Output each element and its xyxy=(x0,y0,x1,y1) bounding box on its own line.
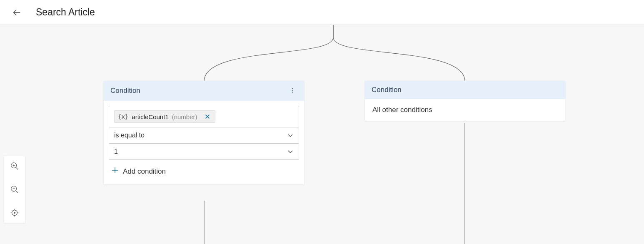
card-header-right[interactable]: Condition xyxy=(365,81,565,99)
arrow-left-icon xyxy=(12,8,21,17)
zoom-out-button[interactable] xyxy=(8,183,21,196)
zoom-in-icon xyxy=(10,162,19,171)
all-other-conditions-text: All other conditions xyxy=(365,99,565,121)
svg-point-1 xyxy=(292,90,293,92)
value-label: 1 xyxy=(114,148,118,155)
svg-point-0 xyxy=(292,88,293,90)
operator-label: is equal to xyxy=(114,132,145,139)
add-condition-label: Add condition xyxy=(123,167,166,176)
connector-down-left xyxy=(204,201,205,244)
variable-remove-button[interactable] xyxy=(203,112,212,121)
condition-card-left: Condition {x} articleCount1 (number) xyxy=(104,81,304,184)
variable-type: (number) xyxy=(172,113,197,120)
fit-view-button[interactable] xyxy=(8,206,21,219)
card-header-left[interactable]: Condition xyxy=(104,81,304,101)
condition-variable-row[interactable]: {x} articleCount1 (number) xyxy=(109,106,299,127)
page-title: Search Article xyxy=(36,7,95,18)
svg-line-10 xyxy=(16,191,18,193)
condition-card-right: Condition All other conditions xyxy=(365,81,565,121)
chevron-down-icon xyxy=(287,132,294,139)
card-title: Condition xyxy=(372,86,402,94)
branch-connector xyxy=(0,25,644,83)
variable-name: articleCount1 xyxy=(132,113,168,120)
plus-icon xyxy=(111,167,119,176)
zoom-in-button[interactable] xyxy=(8,159,21,173)
variable-chip: {x} articleCount1 (number) xyxy=(114,110,215,123)
svg-line-6 xyxy=(16,167,18,170)
condition-value-row[interactable]: 1 xyxy=(109,144,299,159)
variable-icon: {x} xyxy=(118,113,128,120)
card-more-button[interactable] xyxy=(287,86,297,96)
condition-operator-row[interactable]: is equal to xyxy=(109,127,299,144)
flow-canvas[interactable]: Condition {x} articleCount1 (number) xyxy=(0,25,644,244)
svg-point-13 xyxy=(14,212,15,214)
zoom-toolbar xyxy=(4,156,25,223)
zoom-out-icon xyxy=(10,185,19,194)
card-title: Condition xyxy=(110,87,140,95)
svg-point-2 xyxy=(292,92,293,94)
target-icon xyxy=(10,208,19,217)
back-button[interactable] xyxy=(10,6,23,19)
add-condition-button[interactable]: Add condition xyxy=(109,160,299,179)
more-vertical-icon xyxy=(289,87,296,94)
condition-block: {x} articleCount1 (number) is equal to 1 xyxy=(109,106,299,160)
connector-down-right xyxy=(464,123,465,244)
close-icon xyxy=(205,114,210,120)
page-header: Search Article xyxy=(0,0,644,25)
condition-body: {x} articleCount1 (number) is equal to 1 xyxy=(104,101,304,184)
chevron-down-icon xyxy=(287,148,294,155)
